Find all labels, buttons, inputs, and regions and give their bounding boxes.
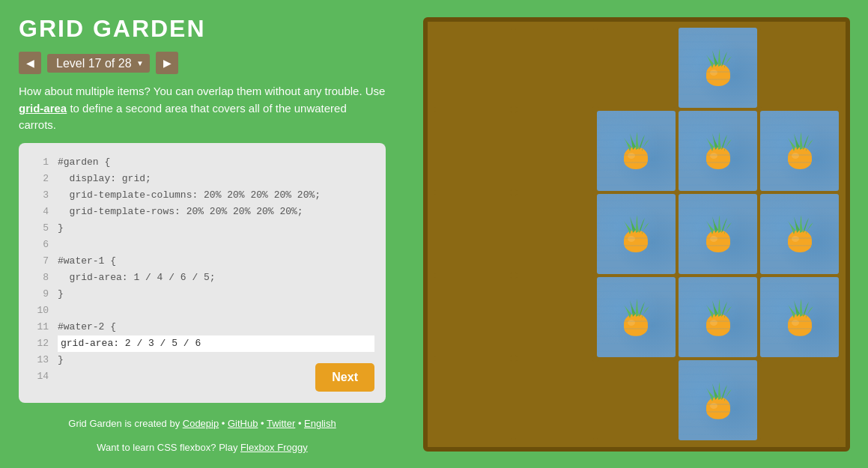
svg-point-22 [624, 314, 648, 335]
svg-point-30 [706, 401, 730, 419]
garden-cell-2-4 [679, 111, 757, 191]
svg-point-8 [710, 153, 717, 159]
code-line-12[interactable]: 12 [30, 335, 374, 352]
code-text-7: #water-1 { [58, 253, 116, 270]
svg-point-23 [628, 320, 635, 326]
level-wrapper: Level 17 of 28 [47, 54, 150, 73]
svg-point-17 [710, 236, 717, 242]
line-num-12: 12 [30, 335, 49, 352]
svg-point-12 [624, 234, 648, 252]
garden-cell-1-2 [515, 28, 594, 108]
svg-point-18 [788, 234, 812, 252]
codepip-link[interactable]: Codepip [183, 418, 219, 429]
line-num-8: 8 [30, 270, 49, 286]
svg-point-13 [624, 230, 648, 251]
code-line-1: 1 #garden { [30, 154, 374, 171]
code-editor: 1 #garden { 2 display: grid; 3 grid-temp… [19, 143, 386, 404]
garden-cell-4-5 [760, 277, 839, 357]
svg-point-4 [624, 147, 648, 168]
svg-point-20 [792, 236, 799, 242]
language-link[interactable]: English [304, 418, 336, 429]
right-panel [404, 0, 868, 468]
garden-cell-1-1 [434, 28, 512, 108]
code-text-3: grid-template-columns: 20% 20% 20% 20% 2… [58, 187, 321, 204]
code-line-4: 4 grid-template-rows: 20% 20% 20% 20% 20… [30, 204, 374, 220]
prev-level-button[interactable]: ◀ [19, 52, 41, 74]
svg-point-31 [706, 397, 730, 418]
carrot-icon [616, 212, 655, 255]
next-level-button[interactable]: ▶ [156, 52, 178, 74]
svg-point-29 [792, 320, 799, 326]
level-selector[interactable]: Level 17 of 28 [47, 54, 150, 73]
svg-point-10 [788, 147, 812, 168]
code-text-8: grid-area: 1 / 4 / 6 / 5; [58, 270, 216, 286]
svg-point-32 [710, 403, 717, 409]
garden-cell-2-3 [597, 111, 676, 191]
code-line-2: 2 display: grid; [30, 171, 374, 187]
code-text-11: #water-2 { [58, 319, 116, 335]
garden-cell-4-4 [679, 277, 757, 357]
footer-bottom-text: Want to learn CSS flexbox? Play [97, 442, 237, 453]
description-text-before: How about multiple items? You can overla… [19, 85, 385, 97]
svg-point-1 [706, 64, 730, 85]
carrot-icon [699, 212, 738, 255]
svg-point-9 [788, 151, 812, 169]
flexbox-froggy-link[interactable]: Flexbox Froggy [240, 442, 308, 453]
garden-cell-1-5 [760, 28, 839, 108]
svg-point-3 [624, 151, 648, 169]
line-num-6: 6 [30, 237, 49, 253]
code-line-10: 10 [30, 303, 374, 319]
code-text-1: #garden { [58, 154, 110, 171]
svg-point-11 [792, 153, 799, 159]
github-link[interactable]: GitHub [228, 418, 258, 429]
description: How about multiple items? You can overla… [19, 83, 386, 134]
line-num-7: 7 [30, 253, 49, 270]
code-text-5: } [58, 220, 64, 237]
code-line-11: 11 #water-2 { [30, 319, 374, 335]
garden-cell-5-3 [597, 360, 676, 440]
svg-point-7 [706, 147, 730, 168]
garden-cell-1-4 [679, 28, 757, 108]
svg-point-27 [788, 318, 812, 336]
svg-point-14 [628, 236, 635, 242]
svg-point-0 [706, 68, 730, 86]
garden-cell-2-1 [434, 111, 512, 191]
code-text-4: grid-template-rows: 20% 20% 20% 20% 20%; [58, 204, 303, 220]
line-num-9: 9 [30, 286, 49, 303]
line-num-4: 4 [30, 204, 49, 220]
line-num-3: 3 [30, 187, 49, 204]
svg-point-26 [710, 320, 717, 326]
svg-point-21 [624, 318, 648, 336]
svg-point-2 [710, 70, 717, 76]
line-num-5: 5 [30, 220, 49, 237]
svg-point-16 [706, 230, 730, 251]
code-text-2: display: grid; [58, 171, 151, 187]
svg-point-19 [788, 230, 812, 251]
carrot-icon [616, 129, 655, 172]
garden-cell-1-3 [597, 28, 676, 108]
carrot-icon [780, 129, 819, 172]
garden-cell-3-1 [434, 194, 512, 274]
grid-area-link[interactable]: grid-area [19, 102, 67, 115]
left-panel: GRID GARDEN ◀ Level 17 of 28 ▶ How about… [0, 0, 404, 468]
garden-cell-2-2 [515, 111, 594, 191]
twitter-link[interactable]: Twitter [267, 418, 295, 429]
garden-cell-5-5 [760, 360, 839, 440]
carrot-icon [699, 46, 738, 89]
garden-cell-3-2 [515, 194, 594, 274]
svg-point-24 [706, 318, 730, 336]
garden-cell-3-4 [679, 194, 757, 274]
next-button[interactable]: Next [315, 363, 374, 392]
garden-cell-3-5 [760, 194, 839, 274]
line-num-11: 11 [30, 319, 49, 335]
level-navigation: ◀ Level 17 of 28 ▶ [19, 52, 386, 74]
carrot-icon [780, 212, 819, 255]
footer-bottom: Want to learn CSS flexbox? Play Flexbox … [19, 442, 386, 453]
code-line-8: 8 grid-area: 1 / 4 / 6 / 5; [30, 270, 374, 286]
footer-text: Grid Garden is created by [68, 418, 180, 429]
code-line-3: 3 grid-template-columns: 20% 20% 20% 20%… [30, 187, 374, 204]
code-input[interactable] [58, 335, 374, 352]
svg-point-6 [706, 151, 730, 169]
svg-point-25 [706, 314, 730, 335]
garden-grid [434, 28, 840, 441]
